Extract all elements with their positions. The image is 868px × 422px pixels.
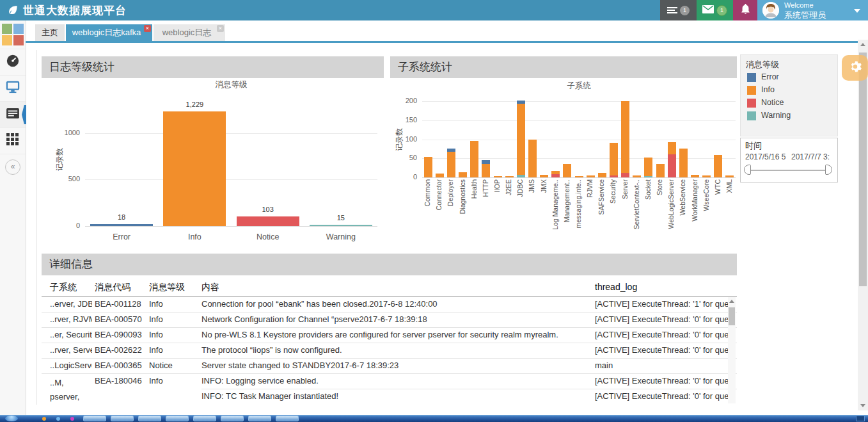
legend-item[interactable]: Notice <box>747 97 837 110</box>
taskbar-button[interactable] <box>221 416 244 421</box>
bar-segment-warning[interactable] <box>517 175 525 177</box>
taskbar-button[interactable] <box>193 416 216 421</box>
time-slider-handle-start[interactable] <box>744 165 751 175</box>
bar-segment-info[interactable] <box>656 164 665 177</box>
table-row[interactable]: ..rver, ServerBEA-002622InfoThe protocol… <box>42 343 737 359</box>
bar-segment-notice[interactable] <box>610 175 618 177</box>
tab-home[interactable]: 主页 <box>35 24 65 41</box>
table-scrollbar-thumb[interactable] <box>729 307 735 325</box>
x-category-label: Error <box>90 232 154 241</box>
sidebar-item-monitor[interactable] <box>0 76 26 102</box>
table-row[interactable]: ..M, pserver, WTCBEA-180046InfoINFO: Log… <box>42 374 737 389</box>
grid-icon <box>6 133 19 149</box>
start-orb[interactable] <box>5 416 18 421</box>
legend-item[interactable]: Error <box>747 72 837 85</box>
bar-segment-info[interactable] <box>528 140 537 177</box>
sidebar-item-grid[interactable] <box>0 128 26 154</box>
menu-button[interactable]: 1 <box>660 0 697 20</box>
column-header-1[interactable]: 消息代码 <box>95 282 146 293</box>
legend-label: Warning <box>761 111 791 120</box>
bar-segment-info[interactable] <box>505 176 514 177</box>
table-row[interactable]: ..erver, JDBCBEA-001128InfoConnection fo… <box>42 297 737 312</box>
quicklaunch-icon[interactable] <box>56 417 60 421</box>
gridline <box>422 101 736 102</box>
bar-segment-error[interactable] <box>447 149 455 152</box>
bar-warning[interactable] <box>310 225 372 226</box>
page-scrollbar[interactable] <box>858 40 868 410</box>
bar-segment-warning[interactable] <box>644 176 652 177</box>
x-category-label: XML <box>725 179 734 247</box>
quicklaunch-icon[interactable] <box>42 417 46 421</box>
bell-button[interactable] <box>733 0 757 20</box>
bar-segment-info[interactable] <box>610 143 618 175</box>
user-menu[interactable]: Welcome 系统管理员 <box>757 0 868 20</box>
sidebar-collapse-button[interactable]: « <box>0 154 26 180</box>
table-row[interactable]: ..rver, RJVMBEA-000570InfoNetwork Config… <box>42 312 737 328</box>
bar-info[interactable] <box>163 111 226 226</box>
table-row[interactable]: INFO: TC Task Manager instantiated![ACTI… <box>42 389 737 404</box>
taskbar-button[interactable] <box>248 416 271 421</box>
bar-value-label: 1,229 <box>169 101 220 108</box>
column-header-3[interactable]: 内容 <box>201 282 588 293</box>
bar-error[interactable] <box>90 224 153 226</box>
bar-segment-error[interactable] <box>517 101 525 104</box>
bar-segment-info[interactable] <box>598 173 606 177</box>
bar-segment-info[interactable] <box>679 149 688 177</box>
time-slider-handle-end[interactable] <box>825 165 832 175</box>
bar-segment-info[interactable] <box>459 172 467 177</box>
taskbar-button[interactable] <box>111 416 134 421</box>
taskbar-button[interactable] <box>166 416 189 421</box>
bar-notice[interactable] <box>237 216 299 226</box>
tab-close-icon[interactable]: × <box>144 25 151 32</box>
x-category-label: HTTP <box>482 179 491 247</box>
bar-segment-info[interactable] <box>691 175 699 177</box>
bar-segment-info[interactable] <box>633 175 641 177</box>
page-scrollbar-thumb[interactable] <box>859 53 867 286</box>
bar-segment-info[interactable] <box>563 164 571 177</box>
bar-segment-notice[interactable] <box>621 173 629 177</box>
bar-segment-info[interactable] <box>575 176 583 177</box>
bar-segment-info[interactable] <box>517 104 525 175</box>
legend-item[interactable]: Warning <box>747 110 837 123</box>
bar-segment-info[interactable] <box>424 157 432 177</box>
settings-gear-button[interactable] <box>842 55 868 81</box>
legend-item[interactable]: Info <box>747 85 837 97</box>
bar-segment-info[interactable] <box>668 142 676 154</box>
taskbar-button[interactable] <box>138 416 161 421</box>
column-header-0[interactable]: 子系统 <box>50 282 92 293</box>
bar-segment-info[interactable] <box>714 155 722 177</box>
column-header-2[interactable]: 消息等级 <box>149 282 199 293</box>
sidebar-item-dashboard[interactable] <box>0 49 26 76</box>
table-scrollbar[interactable] <box>728 297 736 403</box>
column-header-4[interactable]: thread_log <box>595 282 728 292</box>
menu-icon <box>667 6 677 15</box>
table-row[interactable]: ..LogicServerBEA-000365NoticeServer stat… <box>42 359 737 374</box>
bar-segment-info[interactable] <box>587 175 595 177</box>
tab-weblogic[interactable]: weblogic日志 × <box>154 24 225 41</box>
table-row[interactable]: ..er, SecurityBEA-090093InfoNo pre-WLS 8… <box>42 328 737 343</box>
bar-segment-notice[interactable] <box>668 154 676 177</box>
bar-segment-info[interactable] <box>540 175 548 177</box>
bar-segment-info[interactable] <box>494 176 502 177</box>
bar-segment-info[interactable] <box>551 171 560 174</box>
x-category-label: J2EE <box>505 179 514 247</box>
bar-segment-info[interactable] <box>436 174 444 177</box>
taskbar-button[interactable] <box>276 416 299 421</box>
bar-segment-info[interactable] <box>702 175 711 177</box>
bar-segment-info[interactable] <box>644 158 652 176</box>
bar-segment-info[interactable] <box>725 175 734 177</box>
bar-segment-info[interactable] <box>482 164 490 177</box>
mail-button[interactable]: 1 <box>697 0 733 20</box>
tray-item[interactable] <box>856 416 865 421</box>
tab-close-icon[interactable]: × <box>217 25 224 32</box>
bar-segment-info[interactable] <box>621 101 629 173</box>
bar-segment-notice[interactable] <box>551 174 560 177</box>
bar-segment-info[interactable] <box>447 152 455 177</box>
tab-weblogic-kafka[interactable]: weblogic日志kafka × <box>66 24 152 41</box>
taskbar-button[interactable] <box>83 416 106 421</box>
sidebar-item-report-list[interactable] <box>0 102 26 128</box>
quicklaunch-icon[interactable] <box>70 417 74 421</box>
bar-segment-info[interactable] <box>470 141 478 177</box>
time-slider-track[interactable] <box>747 170 830 171</box>
bar-segment-error[interactable] <box>482 160 490 164</box>
